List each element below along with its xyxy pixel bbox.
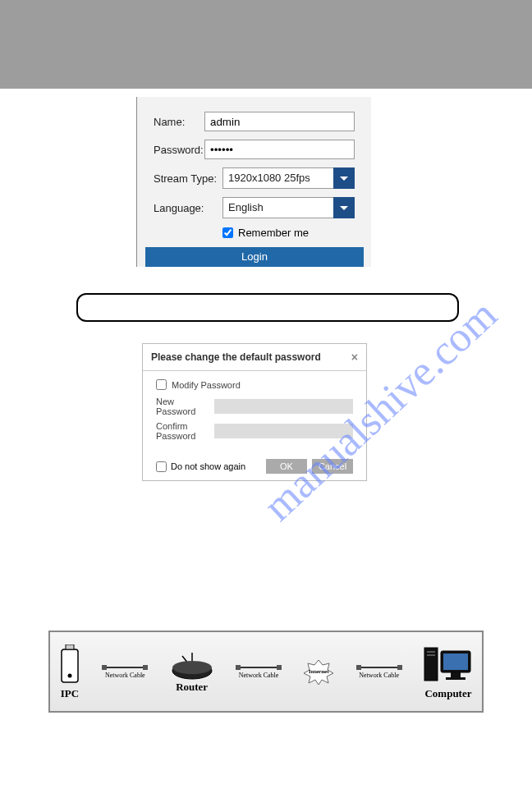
ipc-label: IPC: [61, 687, 79, 700]
confirm-password-input[interactable]: [214, 424, 353, 438]
language-label: Language:: [154, 202, 222, 214]
login-panel: Name: Password: Stream Type: 1920x1080 2…: [136, 97, 371, 267]
cable-label: Network Cable: [359, 672, 399, 679]
new-password-input[interactable]: [214, 399, 353, 414]
stream-type-select[interactable]: 1920x1080 25fps: [222, 167, 355, 189]
svg-rect-12: [443, 654, 468, 670]
modify-password-label: Modify Password: [172, 380, 241, 390]
password-input[interactable]: [204, 140, 355, 159]
cable-link-3: Network Cable: [359, 667, 399, 679]
svg-point-6: [172, 661, 212, 674]
network-diagram: IPC Network Cable Router Network Cable I…: [48, 631, 484, 713]
svg-rect-9: [427, 651, 435, 653]
name-input[interactable]: [204, 112, 355, 131]
svg-rect-13: [451, 672, 461, 677]
svg-rect-14: [446, 677, 466, 680]
do-not-show-label: Do not show again: [171, 461, 245, 471]
remember-me-checkbox[interactable]: [222, 227, 233, 238]
computer-label: Computer: [424, 687, 471, 700]
cable-link-2: Network Cable: [239, 667, 279, 679]
do-not-show-checkbox[interactable]: [156, 461, 167, 472]
stream-type-label: Stream Type:: [154, 172, 222, 185]
empty-callout-box: [76, 293, 459, 322]
header-banner: [0, 0, 532, 89]
computer-device: Computer: [423, 644, 474, 700]
cable-label: Network Cable: [239, 672, 279, 679]
new-password-label: New Password: [156, 397, 214, 416]
password-label: Password:: [154, 144, 204, 156]
ok-button[interactable]: OK: [266, 459, 307, 474]
router-label: Router: [176, 681, 208, 694]
name-label: Name:: [154, 116, 204, 128]
language-select[interactable]: English: [222, 197, 355, 218]
cable-label: Network Cable: [105, 672, 145, 679]
cancel-button[interactable]: Cancel: [312, 459, 353, 474]
close-icon[interactable]: ×: [351, 351, 358, 364]
chevron-down-icon[interactable]: [333, 167, 355, 189]
internet-cloud: Internet: [302, 658, 335, 686]
ipc-device: IPC: [58, 644, 81, 700]
modify-password-checkbox[interactable]: [156, 379, 167, 390]
internet-label: Internet: [302, 668, 335, 675]
svg-rect-1: [66, 644, 74, 649]
svg-point-2: [68, 674, 72, 678]
change-password-modal: Please change the default password × Mod…: [142, 343, 367, 481]
language-value: English: [222, 197, 333, 218]
remember-me-label: Remember me: [238, 227, 309, 239]
modal-title-text: Please change the default password: [151, 351, 321, 363]
svg-rect-10: [427, 654, 435, 656]
login-button[interactable]: Login: [145, 247, 364, 267]
cable-link-1: Network Cable: [105, 667, 145, 679]
confirm-password-label: Confirm Password: [156, 421, 214, 441]
chevron-down-icon[interactable]: [333, 197, 355, 218]
stream-type-value: 1920x1080 25fps: [222, 167, 333, 189]
router-device: Router: [169, 651, 215, 694]
